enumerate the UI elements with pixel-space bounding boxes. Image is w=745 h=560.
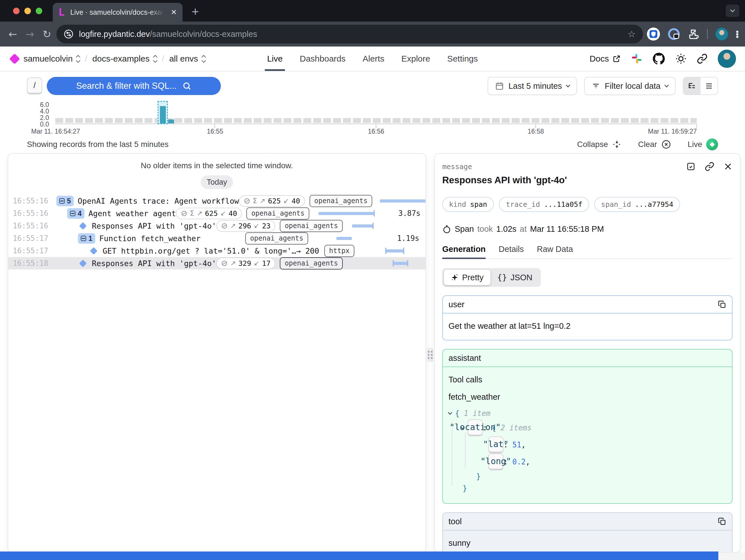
bookmark-star-icon[interactable]: ☆ (628, 29, 636, 39)
close-window-button[interactable] (13, 8, 20, 14)
breadcrumb-project[interactable]: docs-examples (92, 54, 157, 64)
duration-bar (385, 249, 404, 252)
nav-item-explore[interactable]: Explore (401, 46, 430, 71)
trace-row[interactable]: 16:55:16Responses API with 'gpt-4o'↗296↙… (8, 220, 425, 232)
tab-generation[interactable]: Generation (442, 245, 486, 258)
collapse-badge[interactable]: 1 (78, 233, 95, 244)
browser-tab-strip: L Live · samuelcolvin/docs-exam ✕ + (0, 0, 745, 22)
slack-icon[interactable] (631, 53, 642, 64)
address-bar[interactable]: logfire.pydantic.dev/samuelcolvin/docs-e… (56, 25, 643, 43)
filter-local-data-button[interactable]: Filter local data (584, 77, 676, 95)
reload-icon[interactable]: ↻ (42, 28, 51, 40)
clear-button[interactable]: Clear (638, 139, 671, 150)
new-tab-button[interactable]: + (192, 4, 199, 19)
live-toggle[interactable]: Live (688, 138, 718, 150)
link-icon[interactable] (705, 162, 714, 172)
arrow-down-left-icon: ↙ (254, 259, 259, 267)
scope-tag[interactable]: openai_agents (280, 220, 343, 232)
tree-view-button[interactable] (683, 77, 701, 94)
github-icon[interactable] (653, 53, 665, 65)
x-tick-label: 16:56 (368, 128, 384, 135)
scope-tag[interactable]: openai_agents (280, 257, 343, 270)
collapse-icon (612, 139, 622, 149)
forward-icon[interactable]: → (26, 28, 34, 40)
toggle-pretty[interactable]: Pretty (444, 270, 490, 285)
breadcrumb-org[interactable]: samuelcolvin (24, 54, 80, 64)
share-link-icon[interactable] (697, 53, 708, 64)
json-token: , (521, 439, 526, 451)
collapse-button[interactable]: Collapse (577, 139, 622, 149)
trace-row[interactable]: 16:55:17GET httpbin.org/get ? lat='51.0'… (8, 245, 425, 257)
browser-profile-avatar[interactable] (715, 28, 728, 40)
search-button[interactable]: Search & filter with SQL... (47, 77, 221, 95)
list-view-button[interactable] (701, 77, 717, 94)
clear-icon (661, 139, 671, 150)
duration-bar-cap (393, 260, 394, 267)
meta-pill-trace_id: trace_id...11a05f (499, 197, 589, 212)
arrow-down-left-icon: ↙ (283, 197, 289, 205)
theme-sun-icon[interactable] (675, 53, 687, 64)
trace-row[interactable]: 16:55:164Agent weather agentΣ↗625↙40open… (8, 207, 425, 220)
scope-tag[interactable]: openai_agents (246, 207, 309, 220)
x-tick-label: Mar 11. 16:59:27 (648, 128, 697, 135)
minimize-window-button[interactable] (24, 8, 31, 14)
trace-row[interactable]: 16:55:171Function fetch_weatheropenai_ag… (8, 232, 425, 245)
collapse-badge[interactable]: 4 (67, 208, 85, 219)
tab-search-button[interactable] (726, 4, 739, 17)
chevron-down-icon (566, 83, 571, 87)
span-diamond-icon (79, 222, 87, 230)
filter-label: Filter local data (605, 82, 660, 91)
took-at-word: at (520, 224, 527, 234)
nav-item-alerts[interactable]: Alerts (363, 46, 384, 71)
privacy-extension-icon[interactable] (667, 28, 680, 40)
nav-item-dashboards[interactable]: Dashboards (300, 46, 346, 71)
chevron-down-icon[interactable] (448, 410, 452, 415)
toggle-json[interactable]: {}JSON (490, 270, 539, 285)
nav-item-settings[interactable]: Settings (447, 46, 478, 71)
duration-bar-track (314, 232, 386, 245)
message-role: assistant (449, 353, 481, 363)
json-line: "location": { 2 items (449, 419, 726, 436)
duration-bar-cap (372, 223, 374, 229)
span-name: Responses API with 'gpt-4o' (92, 222, 216, 230)
sigma-icon: Σ (253, 197, 257, 205)
token-coin-icon (221, 223, 228, 229)
site-info-icon[interactable] (64, 29, 73, 39)
tab-raw-data[interactable]: Raw Data (537, 245, 573, 258)
trace-row-time: 16:55:18 (13, 259, 49, 268)
browser-tab[interactable]: L Live · samuelcolvin/docs-exam ✕ (53, 3, 183, 22)
scope-tag[interactable]: httpx (324, 245, 354, 257)
tab-close-icon[interactable]: ✕ (171, 8, 177, 17)
docs-link[interactable]: Docs (590, 54, 621, 64)
close-icon[interactable] (723, 162, 733, 171)
bitwarden-extension-icon[interactable] (647, 28, 660, 40)
copy-icon[interactable] (718, 300, 726, 309)
panel-resize-handle[interactable] (427, 348, 433, 362)
zoom-window-button[interactable] (36, 8, 42, 14)
records-histogram[interactable]: 6.04.02.00.0 Mar 11. 16:54:2716:5516:561… (27, 100, 697, 137)
scope-tag[interactable]: openai_agents (310, 195, 372, 207)
json-token: : (504, 456, 512, 468)
arrow-up-right-icon: ↗ (230, 222, 236, 230)
meta-pill-span_id: span_id...a77954 (594, 197, 680, 212)
json-line: "lat": 51, (449, 436, 726, 453)
duration-bar-cap (374, 210, 375, 216)
trace-row[interactable]: 16:55:165OpenAI Agents trace: Agent work… (8, 195, 425, 207)
scrubber-check-icon[interactable] (686, 162, 696, 172)
span-duration-line: Span took 1.02s at Mar 11 16:55:18 PM (442, 224, 733, 234)
trace-row[interactable]: 16:55:18Responses API with 'gpt-4o'↗329↙… (8, 257, 425, 270)
back-icon[interactable]: ← (8, 28, 17, 40)
scope-tag[interactable]: openai_agents (245, 232, 308, 245)
breadcrumb-env[interactable]: all envs (169, 54, 205, 64)
duration-bar (352, 224, 374, 227)
live-indicator (706, 138, 718, 150)
collapse-badge[interactable]: 5 (56, 196, 74, 206)
browser-menu-icon[interactable]: ••• (736, 30, 739, 38)
tab-details[interactable]: Details (499, 245, 524, 258)
output-tokens: 40 (291, 197, 300, 205)
copy-icon[interactable] (718, 517, 726, 526)
extensions-puzzle-icon[interactable] (688, 28, 700, 40)
nav-item-live[interactable]: Live (267, 46, 283, 71)
user-avatar[interactable] (718, 50, 736, 68)
time-range-button[interactable]: Last 5 minutes (488, 77, 577, 95)
